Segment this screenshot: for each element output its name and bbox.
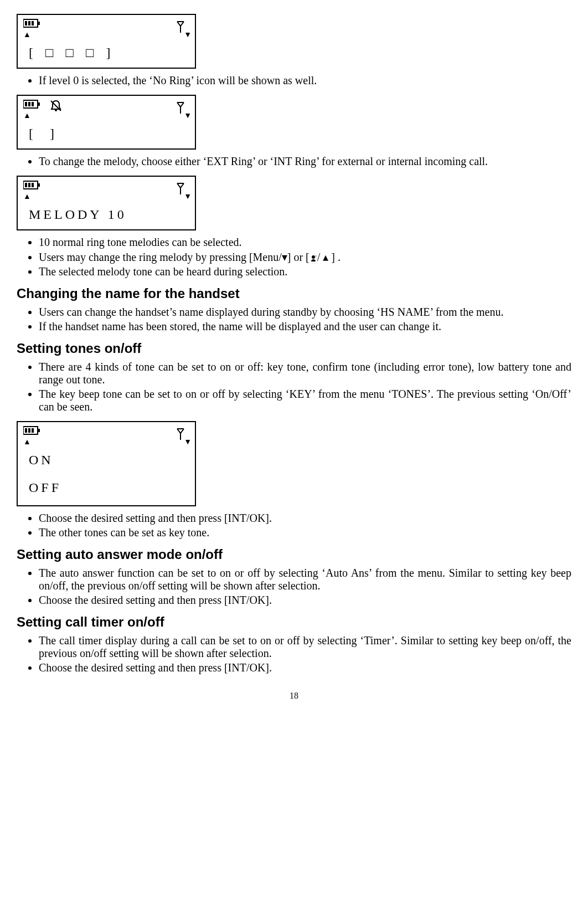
- svg-rect-8: [28, 102, 30, 106]
- svg-point-10: [55, 109, 57, 111]
- battery-icon: [23, 99, 41, 112]
- lcd-screen-on-off: ▲ ▼ ON OFF: [17, 421, 196, 506]
- bullet-item: Choose the desired setting and then pres…: [39, 512, 571, 525]
- bullet-item: The other tones can be set as key tone.: [39, 526, 571, 539]
- up-arrow-icon: ▲: [23, 438, 31, 447]
- down-arrow-icon: ▼: [184, 192, 192, 201]
- svg-rect-3: [28, 21, 30, 25]
- bullet-list: There are 4 kinds of tone can be set to …: [17, 361, 571, 413]
- page-number: 18: [17, 691, 571, 701]
- up-arrow-icon: ▲: [23, 30, 31, 39]
- bullet-text-suffix: / ▴ ] .: [317, 251, 341, 263]
- svg-rect-20: [25, 428, 27, 433]
- bullet-list: Choose the desired setting and then pres…: [17, 512, 571, 539]
- lcd-screen-no-ring: ▲ ▼ [ ]: [17, 95, 196, 150]
- svg-rect-21: [28, 428, 30, 433]
- no-ring-icon: [49, 99, 63, 115]
- lcd-text: [ ]: [29, 126, 189, 141]
- svg-rect-7: [25, 102, 27, 106]
- lcd-text-line2: OFF: [29, 480, 61, 495]
- bullet-item: 10 normal ring tone melodies can be sele…: [39, 236, 571, 249]
- bullet-list: The auto answer function can be set to o…: [17, 567, 571, 607]
- svg-rect-14: [25, 183, 27, 187]
- bullet-item: Users may change the ring melody by pres…: [39, 250, 571, 264]
- lcd-screen-melody: ▲ ▼ MELODY 10: [17, 176, 196, 230]
- up-arrow-icon: ▲: [23, 192, 31, 201]
- bullet-item: Choose the desired setting and then pres…: [39, 594, 571, 607]
- section-heading-auto-answer: Setting auto answer mode on/off: [17, 547, 571, 562]
- down-arrow-icon: ▼: [184, 30, 192, 39]
- bullet-item: The call timer display during a call can…: [39, 634, 571, 660]
- bullet-list: 10 normal ring tone melodies can be sele…: [17, 236, 571, 278]
- bullet-item: The auto answer function can be set to o…: [39, 567, 571, 592]
- bullet-list: To change the melody, choose either ‘EXT…: [17, 155, 571, 168]
- svg-rect-13: [38, 183, 40, 187]
- bullet-text-prefix: Users may change the ring melody by pres…: [39, 251, 310, 263]
- svg-rect-4: [32, 21, 34, 25]
- section-heading-tones: Setting tones on/off: [17, 341, 571, 356]
- phonebook-icon: ?: [310, 251, 317, 263]
- bullet-item: Users can change the handset’s name disp…: [39, 306, 571, 319]
- battery-icon: [23, 425, 41, 438]
- up-arrow-icon: ▲: [23, 111, 31, 120]
- bullet-item: The selected melody tone can be heard du…: [39, 265, 571, 278]
- svg-rect-9: [32, 102, 34, 106]
- svg-rect-15: [28, 183, 30, 187]
- lcd-text: [ □ □ □ ]: [29, 45, 189, 60]
- svg-rect-6: [38, 102, 40, 106]
- bullet-list: If level 0 is selected, the ‘No Ring’ ic…: [17, 74, 571, 87]
- bullet-item: The key beep tone can be set to on or of…: [39, 388, 571, 413]
- bullet-item: If level 0 is selected, the ‘No Ring’ ic…: [39, 74, 571, 87]
- svg-rect-22: [32, 428, 34, 433]
- bullet-item: To change the melody, choose either ‘EXT…: [39, 155, 571, 168]
- battery-icon: [23, 180, 41, 193]
- section-heading-call-timer: Setting call timer on/off: [17, 614, 571, 630]
- down-arrow-icon: ▼: [184, 438, 192, 447]
- bullet-item: There are 4 kinds of tone can be set to …: [39, 361, 571, 386]
- bullet-list: Users can change the handset’s name disp…: [17, 306, 571, 333]
- lcd-screen-ring-level: ▲ ▼ [ □ □ □ ]: [17, 14, 196, 69]
- bullet-item: If the handset name has been stored, the…: [39, 320, 571, 333]
- svg-rect-2: [25, 21, 27, 25]
- svg-rect-1: [38, 22, 40, 25]
- svg-rect-19: [38, 429, 40, 432]
- bullet-list: The call timer display during a call can…: [17, 634, 571, 674]
- battery-icon: [23, 18, 41, 31]
- lcd-text-line1: ON: [29, 453, 54, 468]
- lcd-text: MELODY 10: [29, 207, 189, 222]
- section-heading-handset-name: Changing the name for the handset: [17, 286, 571, 301]
- svg-rect-16: [32, 183, 34, 187]
- down-arrow-icon: ▼: [184, 111, 192, 120]
- svg-text:?: ?: [315, 255, 317, 258]
- bullet-item: Choose the desired setting and then pres…: [39, 661, 571, 674]
